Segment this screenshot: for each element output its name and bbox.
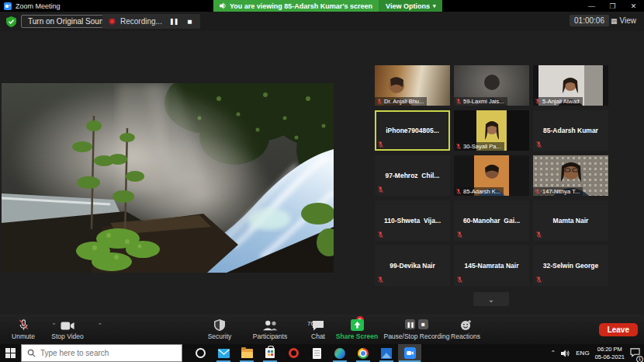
muted-mic-icon bbox=[377, 141, 384, 148]
muted-mic-icon bbox=[456, 276, 463, 284]
recording-indicator: Recording... ❚❚ ■ bbox=[102, 14, 200, 29]
muted-mic-icon bbox=[377, 276, 384, 284]
taskbar-icon-chrome[interactable] bbox=[351, 344, 375, 362]
muted-mic-icon bbox=[535, 98, 541, 105]
muted-mic-icon bbox=[377, 186, 384, 193]
mail-icon bbox=[218, 349, 230, 358]
participant-name-tag: 147-Nithya T... bbox=[533, 187, 583, 196]
taskbar-icon-mail[interactable] bbox=[212, 344, 235, 362]
encryption-shield-icon bbox=[6, 16, 16, 27]
chevron-up-icon[interactable]: ⌃ bbox=[98, 322, 102, 329]
chrome-icon bbox=[358, 348, 369, 359]
participant-tile[interactable]: 99-Devika Nair bbox=[375, 245, 450, 286]
reactions-button[interactable]: Reactions bbox=[423, 318, 508, 340]
muted-mic-icon bbox=[535, 141, 542, 148]
participant-tile[interactable]: 85-Adarsh K... bbox=[454, 155, 529, 196]
taskbar-icon-opera[interactable] bbox=[282, 344, 305, 362]
participant-grid: Dr. Anjali Bhu... 59-Laxmi Jais... 5-Anj… bbox=[375, 65, 608, 286]
shield-icon bbox=[214, 319, 225, 331]
muted-mic-icon bbox=[377, 231, 384, 238]
language-indicator[interactable]: ENG bbox=[576, 350, 589, 357]
muted-mic-icon bbox=[456, 231, 463, 238]
action-center-button[interactable]: 1 bbox=[630, 346, 640, 360]
cortana-icon bbox=[196, 348, 206, 358]
participant-tile[interactable]: 110-Shweta Vija... bbox=[375, 200, 450, 241]
participant-tile[interactable]: 60-Manohar Gai... bbox=[454, 200, 529, 241]
participant-tile[interactable]: 59-Laxmi Jais... bbox=[454, 65, 529, 106]
tray-chevron-up-icon[interactable]: ⌃ bbox=[551, 350, 556, 357]
dropdown-arrow-icon: ▾ bbox=[433, 3, 436, 9]
zoom-icon bbox=[404, 347, 416, 359]
taskbar-icon-zoom[interactable] bbox=[398, 344, 421, 362]
participant-name-tag: 85-Adarsh K... bbox=[454, 187, 504, 196]
taskbar-icon-microsoft-store[interactable] bbox=[258, 344, 282, 362]
participants-page-down-button[interactable]: ⌄ bbox=[473, 292, 509, 306]
recording-dot-icon bbox=[109, 18, 116, 25]
opera-icon bbox=[289, 348, 299, 358]
file-explorer-icon bbox=[241, 349, 253, 358]
participant-tile[interactable]: 147-Nithya T... bbox=[533, 155, 608, 196]
participant-name-tag: 5-Anjali Atwad bbox=[533, 97, 583, 106]
taskbar-search[interactable] bbox=[21, 344, 182, 362]
meeting-timer: 01:00:06 bbox=[570, 15, 609, 26]
speaker-icon bbox=[220, 2, 227, 9]
notification-badge: 1 bbox=[636, 356, 643, 362]
maximize-button[interactable]: ❐ bbox=[602, 0, 623, 12]
waterfall-image bbox=[2, 83, 334, 273]
tray-date: 05-06-2021 bbox=[595, 353, 625, 360]
participant-tile[interactable]: Mamta Nair bbox=[533, 200, 608, 241]
microsoft-store-icon bbox=[265, 348, 275, 358]
participant-tile[interactable]: Dr. Anjali Bhu... bbox=[375, 65, 450, 106]
participant-tile[interactable]: 32-Selwin George bbox=[533, 245, 608, 286]
taskbar-icon-cortana[interactable] bbox=[189, 344, 212, 362]
grid-view-icon: ▦ bbox=[611, 17, 618, 25]
smiley-reactions-icon bbox=[460, 319, 472, 331]
participant-tile[interactable]: 97-Mehroz Chil... bbox=[375, 155, 450, 196]
taskbar-icon-notepad[interactable] bbox=[305, 344, 328, 362]
taskbar-icon-photos[interactable] bbox=[375, 344, 398, 362]
muted-mic-icon bbox=[376, 98, 383, 105]
taskbar-icon-file-explorer[interactable] bbox=[235, 344, 258, 362]
muted-mic-icon bbox=[455, 98, 462, 105]
tray-time: 06:20 PM bbox=[595, 346, 625, 353]
muted-mic-icon bbox=[535, 231, 542, 238]
view-options-button[interactable]: View Options ▾ bbox=[379, 0, 442, 12]
pause-recording-icon[interactable]: ❚❚ bbox=[405, 319, 415, 329]
view-button[interactable]: ▦ View bbox=[608, 15, 639, 26]
volume-icon[interactable] bbox=[561, 350, 570, 357]
start-button[interactable] bbox=[0, 344, 21, 362]
participant-name-tag: 59-Laxmi Jais... bbox=[454, 97, 507, 106]
shared-screen-content bbox=[2, 83, 334, 273]
taskbar-icon-edge[interactable] bbox=[328, 344, 351, 362]
windows-taskbar: ⌃ ENG 06:20 PM 05-06-2021 1 bbox=[0, 344, 644, 362]
share-screen-icon bbox=[351, 319, 364, 331]
pause-recording-button[interactable]: ❚❚ bbox=[167, 18, 180, 25]
photos-icon bbox=[381, 348, 392, 359]
participant-tile[interactable]: 30-Sayali Pa... bbox=[454, 110, 529, 151]
close-button[interactable]: ✕ bbox=[623, 0, 644, 12]
search-icon bbox=[27, 349, 36, 357]
participant-name-tag: Dr. Anjali Bhu... bbox=[375, 97, 427, 106]
minimize-button[interactable]: — bbox=[581, 0, 602, 12]
participant-tile-active-speaker[interactable]: iPhone7904805... bbox=[375, 110, 450, 151]
leave-button[interactable]: Leave bbox=[599, 323, 638, 336]
system-tray: ⌃ ENG 06:20 PM 05-06-2021 1 bbox=[551, 344, 644, 362]
participant-tile[interactable]: 85-Adarsh Kumar bbox=[533, 110, 608, 151]
muted-mic-icon bbox=[535, 188, 541, 195]
zoom-app-icon bbox=[4, 2, 12, 10]
participant-name-tag: 30-Sayali Pa... bbox=[454, 142, 504, 151]
meeting-control-bar: ⌃ Unmute ⌃ Stop Video Security 76 ⌃ Part… bbox=[0, 315, 644, 344]
stop-recording-button[interactable]: ■ bbox=[185, 17, 194, 26]
muted-mic-icon bbox=[455, 143, 462, 150]
viewing-banner: You are viewing 85-Adarsh Kumar's screen… bbox=[213, 0, 442, 12]
chevron-down-icon: ⌄ bbox=[488, 295, 494, 304]
participant-tile[interactable]: 5-Anjali Atwad bbox=[533, 65, 608, 106]
windows-logo-icon bbox=[5, 348, 16, 358]
window-title: Zoom Meeting bbox=[16, 2, 61, 10]
window-titlebar: Zoom Meeting You are viewing 85-Adarsh K… bbox=[0, 0, 644, 12]
camera-icon bbox=[61, 321, 74, 331]
stop-video-button[interactable]: ⌃ Stop Video bbox=[25, 318, 110, 340]
tray-clock[interactable]: 06:20 PM 05-06-2021 bbox=[595, 346, 625, 360]
participant-tile[interactable]: 145-Namrata Nair bbox=[454, 245, 529, 286]
search-input[interactable] bbox=[40, 349, 157, 357]
